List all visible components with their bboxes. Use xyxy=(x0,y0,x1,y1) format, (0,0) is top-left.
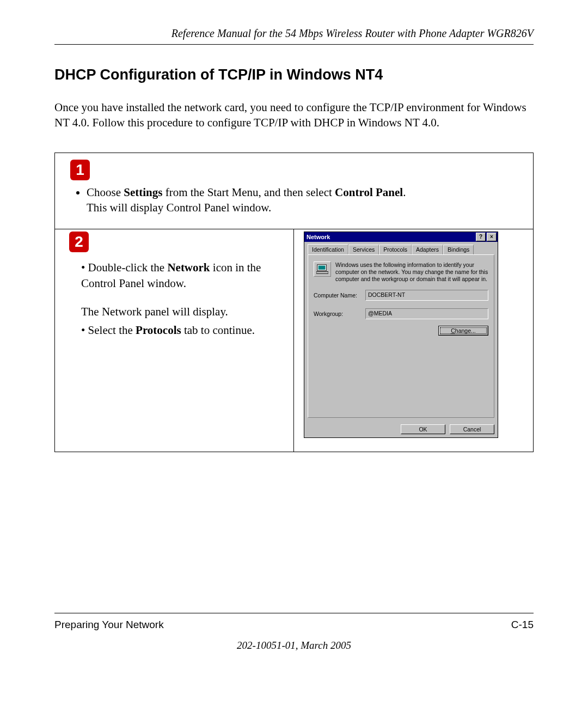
step-2-screenshot: Network ? × Identification Services Prot… xyxy=(294,229,533,452)
network-dialog: Network ? × Identification Services Prot… xyxy=(304,232,498,438)
text: hange... xyxy=(455,327,476,334)
dialog-footer: OK Cancel xyxy=(304,421,498,437)
svg-rect-1 xyxy=(318,266,326,270)
step-badge-1: 1 xyxy=(70,160,90,180)
bold: Control Panel xyxy=(335,186,403,199)
bold: Network xyxy=(167,261,210,274)
tab-panel: Windows uses the following information t… xyxy=(308,254,494,418)
text: C xyxy=(451,327,455,334)
computer-icon xyxy=(314,261,331,277)
text: Choose xyxy=(87,186,124,199)
steps-box: 1 Choose Settings from the Start Menu, a… xyxy=(54,153,534,453)
ok-button[interactable]: OK xyxy=(401,424,445,434)
dialog-titlebar[interactable]: Network ? × xyxy=(304,232,498,242)
step1-line2: This will display Control Panel window. xyxy=(87,200,522,215)
tab-identification[interactable]: Identification xyxy=(308,244,348,254)
cancel-button[interactable]: Cancel xyxy=(450,424,494,434)
workgroup-label: Workgroup: xyxy=(314,311,365,317)
bold: Protocols xyxy=(136,324,181,337)
step2-paragraph: The Network panel will display. xyxy=(81,304,284,319)
text: tab to continue. xyxy=(181,324,255,337)
page-heading: DHCP Configuration of TCP/IP in Windows … xyxy=(54,66,534,83)
running-header: Reference Manual for the 54 Mbps Wireles… xyxy=(54,27,534,45)
step-2-row: 2 • Double-click the Network icon in the… xyxy=(55,229,533,452)
step-badge-2: 2 xyxy=(69,232,89,252)
text: Double-click the xyxy=(88,261,168,274)
step-2-instructions: 2 • Double-click the Network icon in the… xyxy=(55,229,294,452)
tab-bindings[interactable]: Bindings xyxy=(443,245,474,255)
step1-bullet: Choose Settings from the Start Menu, and… xyxy=(87,185,522,200)
close-button[interactable]: × xyxy=(487,233,497,241)
tab-protocols[interactable]: Protocols xyxy=(379,245,412,255)
text: from the Start Menu, and then select xyxy=(162,186,335,199)
text: Select the xyxy=(88,324,136,337)
identification-description: Windows uses the following information t… xyxy=(335,261,488,282)
tab-services[interactable]: Services xyxy=(348,245,379,255)
text: . xyxy=(403,186,406,199)
change-button[interactable]: Change... xyxy=(438,326,488,336)
tab-row: Identification Services Protocols Adapte… xyxy=(308,244,494,254)
svg-rect-2 xyxy=(316,272,328,274)
computer-name-field: DOCBERT-NT xyxy=(365,290,488,301)
help-button[interactable]: ? xyxy=(476,233,486,241)
step2-bullet2: • Select the Protocols tab to continue. xyxy=(81,322,284,338)
intro-paragraph: Once you have installed the network card… xyxy=(54,100,534,131)
tab-adapters[interactable]: Adapters xyxy=(412,245,443,255)
footer-page-number: C-15 xyxy=(511,619,534,631)
bold: Settings xyxy=(124,186,162,199)
footer-docid: 202-10051-01, March 2005 xyxy=(54,640,534,652)
dialog-title: Network xyxy=(307,234,330,240)
step2-bullet1: • Double-click the Network icon in the C… xyxy=(81,260,284,291)
footer-section: Preparing Your Network xyxy=(54,619,164,631)
workgroup-field: @MEDIA xyxy=(365,308,488,319)
step-1: 1 Choose Settings from the Start Menu, a… xyxy=(55,153,533,230)
computer-name-label: Computer Name: xyxy=(314,292,365,299)
